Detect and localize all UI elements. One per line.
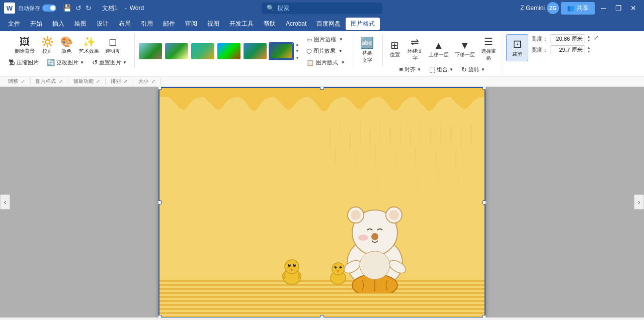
style-thumb-6[interactable] bbox=[269, 42, 294, 60]
align-button[interactable]: ≡ 对齐 ▼ bbox=[396, 64, 425, 75]
ribbon-group-arrange: ⊞ 位置 ⇌ 环绕文字 ▲ 上移一层 ▼ 下移一层 ☰ 选择窗格 bbox=[384, 34, 503, 75]
menu-layout[interactable]: 布局 bbox=[114, 18, 136, 30]
height-down[interactable]: ▼ bbox=[587, 39, 591, 43]
crop-button[interactable]: ⊡ 裁剪 bbox=[506, 34, 528, 61]
picture-layout-button[interactable]: 📋 图片版式 ▼ bbox=[303, 57, 349, 68]
svg-point-21 bbox=[340, 266, 342, 268]
document-image[interactable]: ≡ bbox=[158, 87, 486, 317]
picture-effect-button[interactable]: ⬡ 图片效果 ▼ bbox=[303, 46, 349, 56]
menu-insert[interactable]: 插入 bbox=[47, 18, 69, 30]
layout-label: 图片版式 bbox=[316, 59, 338, 66]
style-thumb-5[interactable] bbox=[243, 42, 268, 60]
compress-button[interactable]: 🗜 压缩图片 bbox=[5, 57, 42, 68]
svg-point-23 bbox=[341, 266, 342, 267]
border-dropdown: ▼ bbox=[339, 37, 343, 42]
ribbon: 🖼 删除背景 🔆 校正 🎨 颜色 ✨ 艺术效果 ◻ 透明度 bbox=[0, 31, 644, 87]
scroll-right-button[interactable]: › bbox=[634, 194, 644, 209]
height-up[interactable]: ▲ bbox=[587, 35, 591, 39]
height-input[interactable] bbox=[550, 34, 585, 43]
wrap-text-icon: ⇌ bbox=[411, 36, 419, 48]
size-group-label[interactable]: 大小 ⤢ bbox=[133, 78, 161, 85]
dropdown-icon2: ▼ bbox=[123, 60, 127, 65]
menu-devtools[interactable]: 开发工具 bbox=[224, 18, 259, 30]
menu-mail[interactable]: 邮件 bbox=[158, 18, 180, 30]
replace-text-icon: 🔤 bbox=[360, 37, 374, 50]
gallery-scroll-down[interactable]: ▼ bbox=[295, 49, 300, 53]
style-thumb-1[interactable] bbox=[138, 42, 163, 60]
style-thumb-2[interactable] bbox=[164, 42, 189, 60]
select-pane-button[interactable]: ☰ 选择窗格 bbox=[478, 34, 499, 63]
rotate-button[interactable]: ↻ 旋转 ▼ bbox=[458, 64, 489, 75]
backward-button[interactable]: ▼ 下移一层 bbox=[452, 38, 477, 60]
undo-redo-group: 💾 ↺ ↻ bbox=[61, 3, 93, 13]
gallery-scroll-up[interactable]: ▲ bbox=[295, 42, 300, 47]
save-icon[interactable]: 💾 bbox=[61, 3, 73, 13]
select-pane-icon: ☰ bbox=[484, 36, 493, 48]
remove-background-button[interactable]: 🖼 删除背景 bbox=[12, 34, 37, 56]
style-thumb-3[interactable] bbox=[190, 42, 215, 60]
gallery-more[interactable]: ▾ bbox=[295, 56, 300, 60]
reset-picture-button[interactable]: ↺ 重置图片 ▼ bbox=[89, 57, 130, 68]
redo-button[interactable]: ↻ bbox=[84, 3, 93, 13]
compress-icon: 🗜 bbox=[9, 59, 15, 67]
autosave-toggle[interactable]: 自动保存 bbox=[18, 5, 56, 12]
close-button[interactable]: ✕ bbox=[627, 2, 640, 15]
width-down[interactable]: ▼ bbox=[587, 50, 591, 54]
autosave-label: 自动保存 bbox=[18, 5, 40, 12]
menu-file[interactable]: 文件 bbox=[3, 18, 25, 30]
word-logo-icon: W bbox=[4, 3, 15, 14]
share-button[interactable]: 👥 共享 bbox=[561, 2, 595, 15]
art-effect-button[interactable]: ✨ 艺术效果 bbox=[76, 34, 102, 56]
accessibility-group-label[interactable]: 辅助功能 ⤢ bbox=[68, 78, 106, 85]
svg-point-11 bbox=[360, 251, 390, 279]
width-input[interactable] bbox=[550, 45, 585, 54]
title-bar: W 自动保存 💾 ↺ ↻ 文档1 - Word 🔍 搜索 Z Gemini ZG… bbox=[0, 0, 644, 16]
style-group-label[interactable]: 图片样式 ⤢ bbox=[31, 78, 68, 85]
minimize-button[interactable]: ─ bbox=[597, 2, 610, 15]
transparent-button[interactable]: ◻ 透明度 bbox=[103, 34, 123, 56]
rotate-label: 旋转 bbox=[468, 66, 479, 73]
picture-border-button[interactable]: ▭ 图片边框 ▼ bbox=[303, 34, 349, 45]
restore-button[interactable]: ❐ bbox=[612, 2, 625, 15]
effect-label: 图片效果 bbox=[313, 47, 336, 55]
size-expand-icon[interactable]: ⤢ bbox=[594, 34, 599, 41]
menu-acrobat[interactable]: Acrobat bbox=[281, 18, 311, 29]
menu-draw[interactable]: 绘图 bbox=[69, 18, 92, 30]
group-button[interactable]: ⬚ 组合 ▼ bbox=[426, 64, 457, 75]
menu-review[interactable]: 审阅 bbox=[180, 18, 202, 30]
menu-home[interactable]: 开始 bbox=[25, 18, 47, 30]
autosave-switch[interactable] bbox=[42, 5, 56, 12]
search-box[interactable]: 🔍 搜索 bbox=[262, 3, 382, 14]
ribbon-group-style: ▲ ▼ ▾ ▭ 图片边框 ▼ ⬡ 图片效果 ▼ bbox=[136, 34, 353, 68]
page-container: ‹ bbox=[0, 87, 644, 317]
undo-button[interactable]: ↺ bbox=[74, 3, 83, 13]
arrange-group-label[interactable]: 排列 ⤢ bbox=[106, 78, 133, 85]
menu-baidu[interactable]: 百度网盘 bbox=[311, 18, 346, 30]
adjust-group-label[interactable]: 调整 ⤢ bbox=[3, 78, 31, 85]
color-button[interactable]: 🎨 颜色 bbox=[57, 34, 75, 56]
menu-design[interactable]: 设计 bbox=[92, 18, 114, 30]
wrap-text-label: 环绕文字 bbox=[408, 48, 423, 62]
scroll-left-button[interactable]: ‹ bbox=[0, 194, 10, 209]
menu-help[interactable]: 帮助 bbox=[259, 18, 281, 30]
menu-picture-format[interactable]: 图片格式 bbox=[346, 18, 380, 30]
width-up[interactable]: ▲ bbox=[587, 46, 591, 50]
search-placeholder: 搜索 bbox=[277, 4, 289, 13]
menu-view[interactable]: 视图 bbox=[202, 18, 224, 30]
floor-decoration bbox=[158, 278, 486, 317]
reset-label: 重置图片 bbox=[99, 59, 121, 66]
forward-button[interactable]: ▲ 上移一层 bbox=[426, 38, 451, 60]
svg-point-22 bbox=[336, 266, 337, 267]
width-label: 宽度： bbox=[531, 46, 548, 54]
style-thumb-4[interactable] bbox=[216, 42, 242, 60]
position-button[interactable]: ⊞ 位置 bbox=[386, 38, 404, 60]
compress-label: 压缩图片 bbox=[17, 59, 39, 66]
replace-text-label: 替换文字 bbox=[362, 50, 372, 64]
wrap-text-button[interactable]: ⇌ 环绕文字 bbox=[405, 34, 425, 63]
calibrate-button[interactable]: 🔆 校正 bbox=[38, 34, 56, 56]
change-picture-button[interactable]: 🔄 更改图片 ▼ bbox=[43, 57, 88, 68]
image-background bbox=[158, 87, 486, 317]
replace-text-button[interactable]: 🔤 替换文字 bbox=[356, 34, 378, 66]
menu-reference[interactable]: 引用 bbox=[136, 18, 158, 30]
appname-label: Word bbox=[130, 5, 144, 12]
